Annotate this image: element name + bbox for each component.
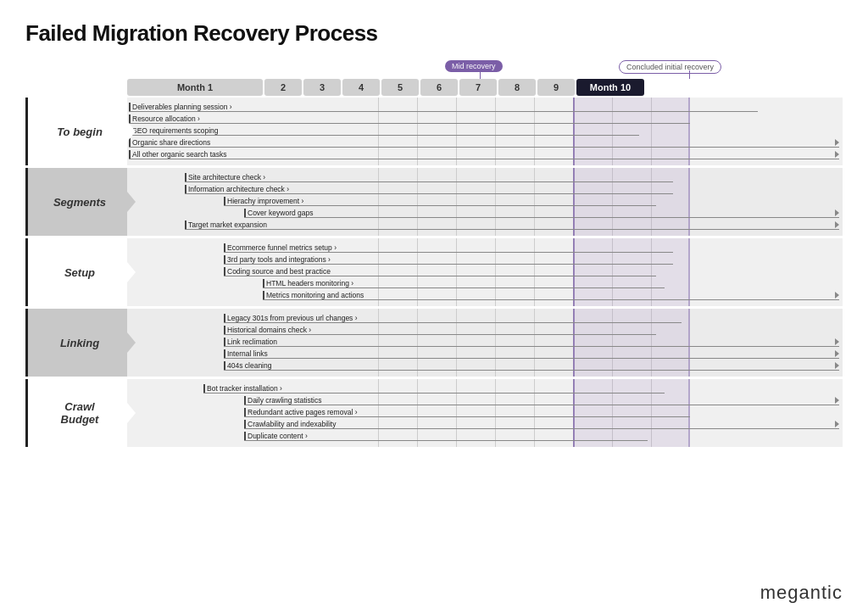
page-title: Failed Migration Recovery Process (25, 20, 843, 47)
task-label-historical: Historical domains check › (224, 326, 311, 334)
task-daily-crawl: Daily crawling statistics (244, 394, 839, 405)
concluded-label: Concluded initial recovery (619, 60, 721, 74)
page: Failed Migration Recovery Process Mid re… (0, 0, 868, 614)
task-label-404s: 404s cleaning (224, 361, 271, 370)
task-404s: 404s cleaning (224, 360, 839, 371)
month-3: 3 (303, 79, 341, 96)
task-crawlability: Crawlability and indexability (244, 418, 839, 429)
month-header: Month 1 2 3 4 5 6 7 8 9 Month 10 (127, 79, 843, 96)
month-9: 9 (537, 79, 575, 96)
task-duplicate: Duplicate content › (244, 430, 843, 441)
task-resource: Resource allocation › (129, 113, 843, 124)
task-legacy: Legacy 301s from previous url changes › (224, 312, 843, 323)
branding: megantic (760, 582, 843, 604)
task-label-metrics: Metrics monitoring and actions (263, 291, 364, 299)
month-5: 5 (381, 79, 419, 96)
task-label-link-reclimation: Link reclimation (224, 338, 277, 346)
section-linking: Linking Legacy (25, 309, 843, 377)
task-line (129, 111, 758, 113)
sections: To begin (25, 98, 843, 447)
section-label-segments: Segments (25, 168, 127, 236)
task-arrow-5 (835, 151, 839, 158)
month-2: 2 (264, 79, 302, 96)
task-label-organic: Organic share directions (129, 138, 210, 147)
timeline-container: Mid recovery Concluded initial recovery … (25, 59, 843, 447)
mid-recovery-label: Mid recovery (445, 60, 503, 72)
mid-recovery-line (480, 70, 481, 79)
task-html-headers: HTML headers monitoring › (263, 277, 843, 288)
gantt-segments: Site architecture check › Information ar… (127, 168, 843, 236)
gantt-crawl: Bot tracker installation › Daily crawlin… (127, 379, 843, 447)
gantt-linking: Legacy 301s from previous url changes › … (127, 309, 843, 377)
task-line-4 (129, 147, 839, 148)
section-to-begin: To begin (25, 98, 843, 165)
marker-row: Mid recovery Concluded initial recovery (127, 59, 843, 79)
task-label-info-arch: Information architecture check › (185, 185, 289, 193)
section-arrow-crawl (127, 403, 136, 423)
task-label-bot-tracker: Bot tracker installation › (203, 384, 282, 393)
month-6: 6 (420, 79, 458, 96)
task-label-daily-crawl: Daily crawling statistics (244, 396, 321, 405)
section-accent-seg (25, 168, 28, 236)
task-all-organic: All other organic search tasks (129, 148, 839, 159)
task-label-keywords: Cover keyword gaps (244, 209, 313, 217)
section-accent-setup (25, 238, 28, 306)
section-accent-link (25, 309, 28, 377)
task-label-coding: Coding source and best practice (224, 267, 331, 276)
task-target-market: Target market expansion (185, 219, 839, 230)
gantt-to-begin: Deliverables planning session › Resource… (127, 98, 843, 165)
month-1: Month 1 (127, 79, 263, 96)
task-arrow-4 (835, 139, 839, 146)
task-label-seo: SEO requirements scoping (129, 126, 219, 135)
task-label-crawlability: Crawlability and indexability (244, 420, 336, 428)
month-8: 8 (498, 79, 536, 96)
task-coding: Coding source and best practice (224, 265, 843, 276)
gantt-setup: Ecommerce funnel metrics setup › 3rd par… (127, 238, 843, 306)
month-4: 4 (342, 79, 380, 96)
task-label-internal-links: Internal links (224, 349, 268, 358)
task-organic: Organic share directions (129, 137, 839, 148)
task-label-ecommerce: Ecommerce funnel metrics setup › (224, 243, 337, 252)
task-label-html-headers: HTML headers monitoring › (263, 279, 353, 287)
task-keywords: Cover keyword gaps (244, 207, 839, 218)
concluded-line (689, 70, 690, 79)
section-segments: Segments Site a (25, 168, 843, 236)
section-label-crawl: CrawlBudget (25, 379, 127, 447)
task-line-2 (129, 123, 690, 125)
section-label-setup: Setup (25, 238, 127, 306)
task-label-all-organic: All other organic search tasks (129, 150, 227, 159)
month-7: 7 (459, 79, 497, 96)
task-line-3 (129, 135, 639, 137)
task-historical: Historical domains check › (224, 324, 843, 335)
section-label-linking: Linking (25, 309, 127, 377)
task-ecommerce: Ecommerce funnel metrics setup › (224, 242, 843, 253)
task-deliverables: Deliverables planning session › (129, 101, 843, 112)
task-line-5 (129, 159, 839, 160)
task-label-hierarchy: Hierachy improvement › (224, 197, 303, 205)
task-label-redundant: Redundant active pages removal › (244, 408, 357, 416)
task-label-legacy: Legacy 301s from previous url changes › (224, 314, 358, 322)
task-internal-links: Internal links (224, 348, 839, 359)
section-arrow-link (127, 332, 136, 353)
section-arrow-setup (127, 262, 136, 282)
section-label-to-begin: To begin (25, 98, 127, 165)
task-link-reclimation: Link reclimation (224, 336, 839, 347)
section-crawl: CrawlBudget Bot (25, 379, 843, 447)
task-3rd-party: 3rd party tools and integrations › (224, 254, 843, 265)
section-accent-crawl (25, 379, 28, 447)
month-10: Month 10 (576, 79, 644, 96)
task-label-deliverables: Deliverables planning session › (129, 103, 232, 111)
task-label-target-market: Target market expansion (185, 220, 267, 229)
task-redundant: Redundant active pages removal › (244, 406, 843, 417)
section-arrow-seg (127, 192, 136, 212)
task-site-arch: Site architecture check › (185, 171, 843, 182)
section-arrow (127, 121, 136, 142)
section-accent (25, 98, 28, 165)
task-bot-tracker: Bot tracker installation › (203, 382, 843, 394)
task-info-arch: Information architecture check › (185, 183, 843, 194)
task-label-resource: Resource allocation › (129, 114, 200, 123)
task-seo: SEO requirements scoping (129, 125, 843, 136)
section-setup: Setup Ecommerce (25, 238, 843, 306)
task-metrics: Metrics monitoring and actions (263, 289, 839, 300)
task-label-3rd-party: 3rd party tools and integrations › (224, 255, 331, 264)
